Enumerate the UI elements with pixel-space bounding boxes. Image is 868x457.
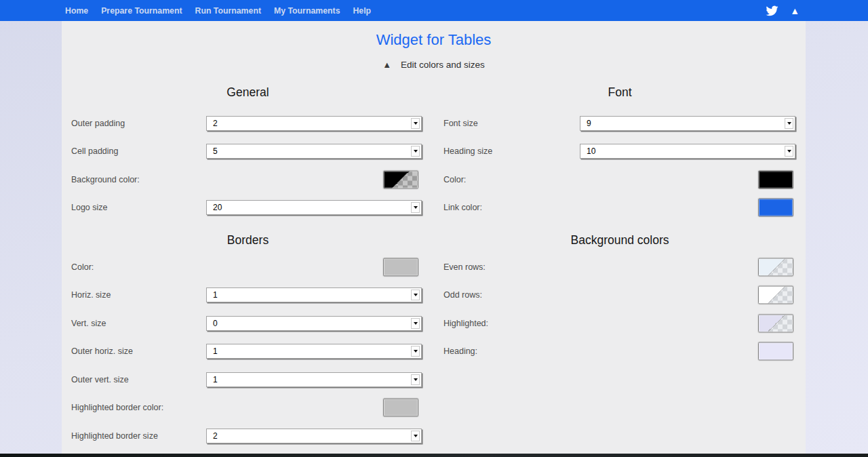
borders-horiz-size-label: Horiz. size xyxy=(71,290,111,300)
font-font-size-select[interactable]: 9 xyxy=(580,116,795,131)
general-outer-padding-select[interactable]: 2 xyxy=(206,116,422,131)
select-value: 20 xyxy=(207,203,411,212)
background-colors-odd-rows-label: Odd rows: xyxy=(443,290,482,300)
borders-vert-size-select[interactable]: 0 xyxy=(206,316,422,331)
select-value: 1 xyxy=(207,375,411,384)
top-navbar: HomePrepare TournamentRun TournamentMy T… xyxy=(0,0,868,21)
general-logo-size-label: Logo size xyxy=(71,203,108,212)
triangle-up-icon[interactable]: ▲ xyxy=(790,6,800,16)
font-font-size-label: Font size xyxy=(443,119,478,128)
select-value: 0 xyxy=(207,319,411,328)
borders-color-swatch[interactable] xyxy=(383,258,418,276)
nav-items: HomePrepare TournamentRun TournamentMy T… xyxy=(0,0,868,21)
nav-item-help[interactable]: Help xyxy=(353,6,371,16)
section-general: GeneralOuter padding2Cell padding5Backgr… xyxy=(62,82,434,222)
field-row: Outer padding2 xyxy=(62,109,434,138)
triangle-up-icon: ▲ xyxy=(382,60,391,69)
field-row: Highlighted: xyxy=(434,309,806,338)
section-font: FontFont size9Heading size10Color:Link c… xyxy=(434,82,806,222)
field-row: Odd rows: xyxy=(434,281,806,310)
dropdown-arrow-icon xyxy=(785,118,793,129)
borders-color-label: Color: xyxy=(71,262,94,272)
background-colors-even-rows-swatch[interactable] xyxy=(758,258,793,276)
dropdown-arrow-icon xyxy=(411,146,420,157)
general-background-color-label: Background color: xyxy=(71,175,140,184)
borders-outer-vert-size-label: Outer vert. size xyxy=(71,375,129,384)
borders-highlighted-border-size-select[interactable]: 2 xyxy=(206,429,422,443)
font-heading-size-select[interactable]: 10 xyxy=(580,144,795,159)
window-bottom-edge xyxy=(0,454,868,457)
field-row: Link color: xyxy=(434,194,806,222)
general-cell-padding-label: Cell padding xyxy=(71,146,119,156)
section-background-colors: Background colorsEven rows:Odd rows:High… xyxy=(434,230,806,365)
nav-item-run-tournament[interactable]: Run Tournament xyxy=(195,6,261,16)
font-link-color-label: Link color: xyxy=(443,203,482,212)
field-row: Vert. size0 xyxy=(62,309,434,338)
field-row: Color: xyxy=(62,253,434,281)
section-heading-borders: Borders xyxy=(62,230,434,250)
nav-item-prepare-tournament[interactable]: Prepare Tournament xyxy=(101,6,182,16)
dropdown-arrow-icon xyxy=(411,346,420,357)
background-colors-heading-label: Heading: xyxy=(443,346,477,356)
select-value: 5 xyxy=(207,146,411,156)
dropdown-arrow-icon xyxy=(411,290,420,300)
edit-colors-toggle-label: Edit colors and sizes xyxy=(401,60,485,70)
font-heading-size-label: Heading size xyxy=(443,146,492,156)
field-row: Color: xyxy=(434,165,806,194)
field-row: Cell padding5 xyxy=(62,138,434,166)
background-colors-highlighted-label: Highlighted: xyxy=(443,319,488,328)
field-row: Heading: xyxy=(434,338,806,366)
navbar-right-icons: ▲ xyxy=(765,0,800,21)
general-background-color-swatch[interactable] xyxy=(383,170,418,188)
dropdown-arrow-icon xyxy=(411,202,420,213)
edit-colors-toggle[interactable]: ▲ Edit colors and sizes xyxy=(62,58,806,71)
dropdown-arrow-icon xyxy=(785,146,793,157)
background-colors-odd-rows-swatch[interactable] xyxy=(758,286,793,304)
select-value: 1 xyxy=(207,346,411,356)
field-row: Heading size10 xyxy=(434,138,806,166)
nav-item-home[interactable]: Home xyxy=(65,6,88,16)
dropdown-arrow-icon xyxy=(411,118,420,129)
select-value: 1 xyxy=(207,290,411,300)
field-row: Background color: xyxy=(62,165,434,194)
borders-outer-horiz-size-select[interactable]: 1 xyxy=(206,344,422,359)
section-heading-background-colors: Background colors xyxy=(434,230,806,250)
left-column: GeneralOuter padding2Cell padding5Backgr… xyxy=(62,71,434,450)
field-row: Font size9 xyxy=(434,109,806,138)
twitter-icon[interactable] xyxy=(765,5,779,17)
borders-vert-size-label: Vert. size xyxy=(71,319,106,328)
font-link-color-swatch[interactable] xyxy=(758,199,793,217)
font-color-label: Color: xyxy=(443,175,466,184)
field-row: Highlighted border size2 xyxy=(62,422,434,450)
select-value: 9 xyxy=(580,119,785,128)
borders-highlighted-border-color-label: Highlighted border color: xyxy=(71,403,163,412)
dropdown-arrow-icon xyxy=(411,374,420,385)
borders-highlighted-border-size-label: Highlighted border size xyxy=(71,431,158,441)
borders-horiz-size-select[interactable]: 1 xyxy=(206,287,422,302)
general-outer-padding-label: Outer padding xyxy=(71,119,125,128)
dropdown-arrow-icon xyxy=(411,318,420,329)
general-cell-padding-select[interactable]: 5 xyxy=(206,144,422,159)
section-borders: BordersColor:Horiz. size1Vert. size0Oute… xyxy=(62,230,434,450)
section-heading-font: Font xyxy=(434,82,806,102)
select-value: 2 xyxy=(207,431,411,441)
section-heading-general: General xyxy=(62,82,434,102)
borders-outer-vert-size-select[interactable]: 1 xyxy=(206,372,422,387)
nav-item-my-tournaments[interactable]: My Tournaments xyxy=(274,6,340,16)
background-colors-highlighted-swatch[interactable] xyxy=(758,314,793,332)
select-value: 2 xyxy=(207,119,411,128)
field-row: Highlighted border color: xyxy=(62,394,434,422)
borders-outer-horiz-size-label: Outer horiz. size xyxy=(71,346,133,356)
field-row: Outer horiz. size1 xyxy=(62,338,434,366)
background-colors-heading-swatch[interactable] xyxy=(758,342,793,361)
field-row: Outer vert. size1 xyxy=(62,365,434,394)
general-logo-size-select[interactable]: 20 xyxy=(206,200,422,215)
settings-panel: Widget for Tables ▲ Edit colors and size… xyxy=(62,21,806,457)
background-colors-even-rows-label: Even rows: xyxy=(443,262,486,272)
dropdown-arrow-icon xyxy=(411,431,420,441)
select-value: 10 xyxy=(580,146,785,156)
field-row: Logo size20 xyxy=(62,194,434,222)
font-color-swatch[interactable] xyxy=(758,170,793,188)
right-column: FontFont size9Heading size10Color:Link c… xyxy=(434,71,806,450)
borders-highlighted-border-color-swatch[interactable] xyxy=(383,399,418,417)
